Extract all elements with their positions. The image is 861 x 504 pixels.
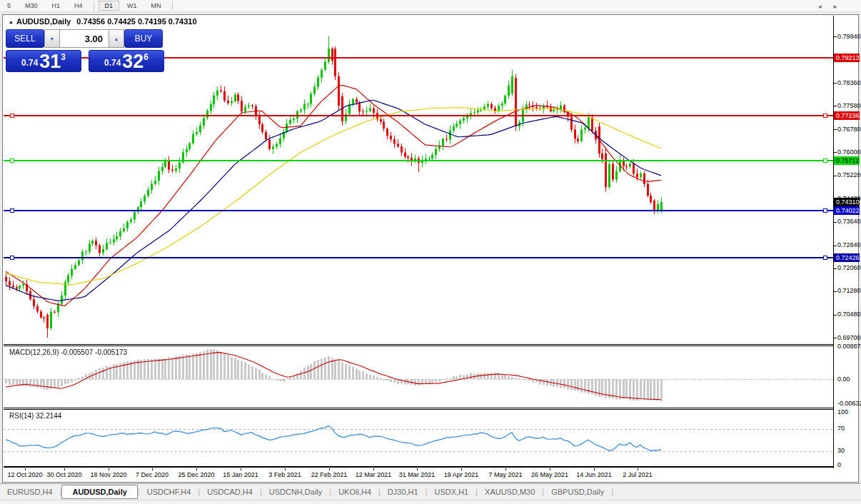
timeframe-button-h4[interactable]: H4 [68, 1, 89, 11]
date-tick-label: 30 Oct 2020 [46, 471, 81, 478]
tab-eurusd-h4[interactable]: EURUSD,H4 [0, 485, 60, 498]
tab-usdchf-h4[interactable]: USDCHF,H4 [140, 485, 198, 498]
price-tick-mark [834, 315, 837, 316]
chart-symbol-label: AUDUSD,Daily [16, 17, 71, 26]
price-tick-label: 0.76000 [837, 148, 861, 156]
tab-scroll-arrows[interactable]: ◄► [817, 4, 848, 10]
price-tick-label: 0.70480 [837, 311, 861, 318]
date-tick-label: 12 Oct 2020 [7, 471, 42, 478]
toolbar-separator [94, 1, 94, 11]
price-tick-mark [834, 291, 837, 292]
date-tick-label: 15 Jan 2021 [223, 471, 258, 478]
chart-tab-bar: EURUSD,H4|AUDUSD,Daily|USDCHF,H4|USDCAD,… [0, 483, 861, 500]
date-tick-mark [461, 468, 462, 470]
tab-dj30-h1[interactable]: DJ30,H1 [381, 485, 426, 498]
price-tick-label: 0.69700 [837, 334, 861, 342]
date-tick-mark [373, 468, 374, 470]
timeframe-button-d1[interactable]: D1 [99, 1, 120, 11]
macd-axis-label: 0.008871 [837, 343, 861, 351]
tab-gbpusd-daily[interactable]: GBPUSD,Daily [544, 485, 611, 498]
buy-button[interactable]: BUY [124, 29, 163, 48]
price-tick-label: 0.79940 [837, 33, 861, 41]
date-tick-label: 14 Jun 2021 [576, 471, 612, 478]
date-tick-label: 2 Jul 2021 [623, 471, 653, 478]
date-tick-mark [152, 468, 153, 470]
volume-decrease-button[interactable]: ▼ [44, 29, 60, 48]
tab-ukoil-h4[interactable]: UKOil,H4 [331, 485, 378, 498]
timeframe-button-w1[interactable]: W1 [121, 1, 144, 11]
price-tick-label: 0.71280 [837, 287, 861, 295]
price-badge: 0.79213 [834, 54, 860, 62]
buy-price-prefix: 0.74 [104, 58, 121, 68]
mt4-terminal: 5M30H1H4D1W1MN ▲AUDUSD,Daily0.74356 0.74… [0, 0, 861, 504]
price-tick-mark [834, 338, 837, 338]
collapse-panel-icon[interactable]: ▲ [9, 19, 14, 24]
chart-canvas[interactable] [4, 16, 833, 468]
macd-axis-label: 0.00 [837, 376, 861, 383]
tab-usdcnh-daily[interactable]: USDCNH,Daily [262, 485, 330, 498]
buy-price-big: 32 [122, 52, 144, 71]
price-tick-mark [834, 129, 837, 130]
date-tick-label: 31 Mar 2021 [399, 471, 435, 478]
tab-usdcad-h4[interactable]: USDCAD,H4 [200, 485, 260, 498]
macd-axis-label: -0.00632 [837, 400, 861, 408]
price-tick-label: 0.72840 [837, 241, 861, 249]
date-tick-mark [25, 468, 26, 470]
rsi-label: RSI(14) 32.2144 [9, 412, 61, 420]
timeframe-button-5[interactable]: 5 [1, 1, 17, 11]
date-tick-mark [550, 468, 550, 470]
timeframe-button-h1[interactable]: H1 [46, 1, 67, 11]
timeframe-button-mn[interactable]: MN [145, 1, 168, 11]
tab-audusd-daily[interactable]: AUDUSD,Daily [61, 485, 137, 499]
price-badge: 0.72426 [834, 253, 860, 262]
date-tick-mark [109, 468, 109, 470]
date-tick-mark [417, 468, 418, 470]
price-axis-line [833, 16, 834, 468]
sell-price-button[interactable]: 0.74 31 3 [6, 50, 81, 72]
sell-button[interactable]: SELL [6, 29, 44, 48]
timeframe-toolbar: 5M30H1H4D1W1MN [0, 0, 861, 12]
price-tick-label: 0.78360 [837, 79, 861, 87]
chart-window: ▲AUDUSD,Daily0.74356 0.74425 0.74195 0.7… [2, 14, 859, 483]
timeframe-button-m30[interactable]: M30 [19, 1, 44, 11]
date-tick-label: 12 Mar 2021 [356, 471, 392, 478]
date-tick-label: 25 Dec 2020 [178, 471, 214, 478]
chart-ohlc-values: 0.74356 0.74425 0.74195 0.74310 [76, 17, 196, 26]
date-tick-label: 7 Dec 2020 [136, 471, 168, 478]
sell-price-pip: 3 [61, 52, 66, 62]
date-tick-label: 18 Nov 2020 [90, 471, 126, 478]
price-badge: 0.74310 [834, 198, 860, 206]
volume-input[interactable] [60, 29, 109, 48]
date-tick-mark [329, 468, 330, 470]
date-tick-mark [638, 468, 638, 470]
buy-price-pip: 6 [144, 52, 148, 62]
rsi-axis-label: 0 [837, 461, 861, 469]
date-axis: 12 Oct 202030 Oct 202018 Nov 20207 Dec 2… [4, 468, 833, 482]
date-tick-label: 3 Feb 2021 [268, 471, 301, 478]
price-badge: 0.74022 [834, 206, 860, 215]
date-tick-mark [594, 468, 595, 470]
price-badge: 0.77236 [834, 111, 860, 120]
sell-price-big: 31 [39, 52, 61, 71]
date-tick-mark [285, 468, 286, 470]
date-tick-label: 22 Feb 2021 [311, 471, 348, 478]
date-tick-label: 26 May 2021 [531, 471, 568, 478]
tab-xauusd-m30[interactable]: XAUUSD,M30 [478, 485, 542, 498]
volume-increase-button[interactable]: ▲ [109, 29, 124, 48]
chart-title: ▲AUDUSD,Daily0.74356 0.74425 0.74195 0.7… [9, 17, 197, 26]
date-tick-label: 7 May 2021 [488, 471, 522, 478]
tab-usdx-h1[interactable]: USDX,H1 [428, 485, 476, 498]
rsi-axis-label: 100 [837, 408, 861, 416]
price-tick-mark [834, 36, 837, 37]
price-badge: 0.75712 [834, 156, 860, 165]
buy-price-button[interactable]: 0.74 32 6 [89, 50, 164, 72]
price-tick-mark [834, 176, 837, 176]
price-tick-mark [834, 246, 837, 246]
date-tick-mark [505, 468, 506, 470]
date-tick-mark [196, 468, 197, 470]
date-tick-mark [64, 468, 65, 470]
date-tick-label: 19 Apr 2021 [444, 471, 479, 478]
price-tick-label: 0.72060 [837, 264, 861, 272]
rsi-axis-label: 30 [837, 447, 861, 455]
toolbar-separator [172, 1, 173, 11]
